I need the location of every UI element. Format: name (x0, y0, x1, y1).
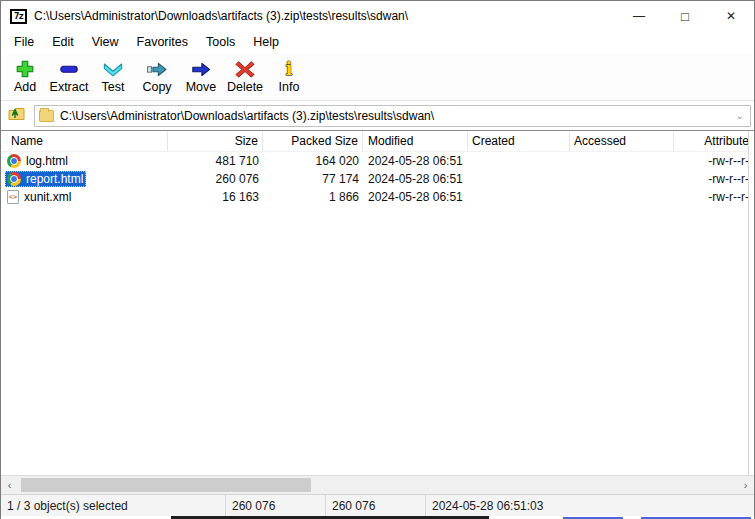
file-packed-size: 77 174 (263, 170, 363, 188)
table-row[interactable]: <> xunit.xml 16 163 1 866 2024-05-28 06:… (1, 188, 748, 206)
app-7zip-icon: 7z (10, 9, 27, 24)
file-size: 481 710 (168, 152, 263, 170)
file-attributes: -rw-r--r- (674, 188, 749, 206)
column-header-size[interactable]: Size (168, 131, 263, 151)
status-selection: 1 / 3 object(s) selected (1, 495, 226, 516)
file-list: Name Size Packed Size Modified Created A… (1, 131, 749, 475)
test-label: Test (102, 80, 125, 94)
file-accessed (570, 188, 674, 206)
scrollbar-thumb[interactable] (21, 478, 311, 492)
file-attributes: -rw-r--r- (674, 170, 749, 188)
status-bar: 1 / 3 object(s) selected 260 076 260 076… (1, 494, 754, 516)
copy-arrow-icon (144, 59, 170, 79)
menu-view[interactable]: View (83, 33, 128, 51)
column-header-attributes[interactable]: Attribute (674, 131, 749, 151)
file-modified: 2024-05-28 06:51 (363, 188, 468, 206)
caption-buttons: — □ ✕ (616, 1, 754, 31)
column-headers: Name Size Packed Size Modified Created A… (1, 131, 748, 152)
minimize-button[interactable]: — (616, 1, 662, 31)
copy-label: Copy (142, 80, 171, 94)
file-packed-size: 1 866 (263, 188, 363, 206)
extract-button[interactable]: Extract (47, 56, 91, 94)
test-check-icon (100, 59, 126, 79)
folder-up-icon (7, 105, 27, 126)
menu-help[interactable]: Help (244, 33, 288, 51)
copy-button[interactable]: Copy (135, 56, 179, 94)
info-label: Info (279, 80, 300, 94)
address-path[interactable]: C:\Users\Administrator\Downloads\artifac… (60, 109, 734, 123)
maximize-button[interactable]: □ (662, 1, 708, 31)
info-button[interactable]: i Info (267, 56, 311, 94)
xml-doc-icon: <> (7, 190, 19, 204)
scroll-left-icon[interactable]: ‹ (1, 476, 18, 494)
scrollbar-track[interactable] (18, 476, 737, 494)
column-header-accessed[interactable]: Accessed (570, 131, 674, 151)
window-title: C:\Users\Administrator\Downloads\artifac… (34, 9, 616, 23)
extract-label: Extract (50, 80, 89, 94)
scroll-right-icon[interactable]: › (737, 476, 754, 494)
file-attributes: -rw-r--r- (674, 152, 749, 170)
file-accessed (570, 170, 674, 188)
chevron-down-icon[interactable]: ⌄ (734, 110, 746, 121)
delete-button[interactable]: Delete (223, 56, 267, 94)
table-row[interactable]: report.html 260 076 77 174 2024-05-28 06… (1, 170, 748, 188)
file-name: log.html (26, 154, 68, 168)
chrome-html-icon (7, 172, 21, 186)
close-button[interactable]: ✕ (708, 1, 754, 31)
file-size: 16 163 (168, 188, 263, 206)
file-modified: 2024-05-28 06:51 (363, 152, 468, 170)
7zip-window: 7z C:\Users\Administrator\Downloads\arti… (0, 0, 755, 519)
file-created (468, 170, 570, 188)
move-button[interactable]: Move (179, 56, 223, 94)
add-button[interactable]: Add (3, 56, 47, 94)
menu-file[interactable]: File (5, 33, 43, 51)
address-bar: C:\Users\Administrator\Downloads\artifac… (1, 101, 754, 130)
chrome-html-icon (7, 154, 21, 168)
file-size: 260 076 (168, 170, 263, 188)
title-bar: 7z C:\Users\Administrator\Downloads\arti… (1, 1, 754, 31)
file-created (468, 188, 570, 206)
folder-icon (39, 110, 54, 122)
status-packed-size: 260 076 (326, 495, 426, 516)
up-one-level-button[interactable] (3, 104, 31, 128)
column-header-modified[interactable]: Modified (363, 131, 468, 151)
file-packed-size: 164 020 (263, 152, 363, 170)
table-row[interactable]: log.html 481 710 164 020 2024-05-28 06:5… (1, 152, 748, 170)
delete-x-icon (232, 59, 258, 79)
extract-minus-icon (56, 59, 82, 79)
toolbar: Add Extract Test Copy Move (1, 53, 754, 101)
file-list-panel: Name Size Packed Size Modified Created A… (1, 130, 754, 475)
menu-favorites[interactable]: Favorites (128, 33, 197, 51)
close-icon: ✕ (726, 9, 736, 23)
file-name: xunit.xml (24, 190, 71, 204)
address-combobox[interactable]: C:\Users\Administrator\Downloads\artifac… (34, 105, 751, 127)
column-header-name[interactable]: Name (1, 131, 168, 151)
test-button[interactable]: Test (91, 56, 135, 94)
status-modified: 2024-05-28 06:51:03 (426, 495, 754, 516)
menu-tools[interactable]: Tools (197, 33, 244, 51)
delete-label: Delete (227, 80, 263, 94)
add-plus-icon (12, 59, 38, 79)
file-accessed (570, 152, 674, 170)
column-header-created[interactable]: Created (468, 131, 570, 151)
menu-edit[interactable]: Edit (43, 33, 83, 51)
move-arrow-icon (188, 59, 214, 79)
minimize-icon: — (633, 9, 645, 23)
status-size: 260 076 (226, 495, 326, 516)
info-i-icon: i (276, 59, 302, 79)
maximize-icon: □ (681, 9, 689, 24)
column-header-packed-size[interactable]: Packed Size (263, 131, 363, 151)
file-modified: 2024-05-28 06:51 (363, 170, 468, 188)
file-name: report.html (26, 172, 83, 186)
horizontal-scrollbar[interactable]: ‹ › (1, 475, 754, 494)
add-label: Add (14, 80, 36, 94)
menu-bar: File Edit View Favorites Tools Help (1, 31, 754, 53)
svg-text:i: i (286, 59, 293, 79)
move-label: Move (186, 80, 217, 94)
file-created (468, 152, 570, 170)
